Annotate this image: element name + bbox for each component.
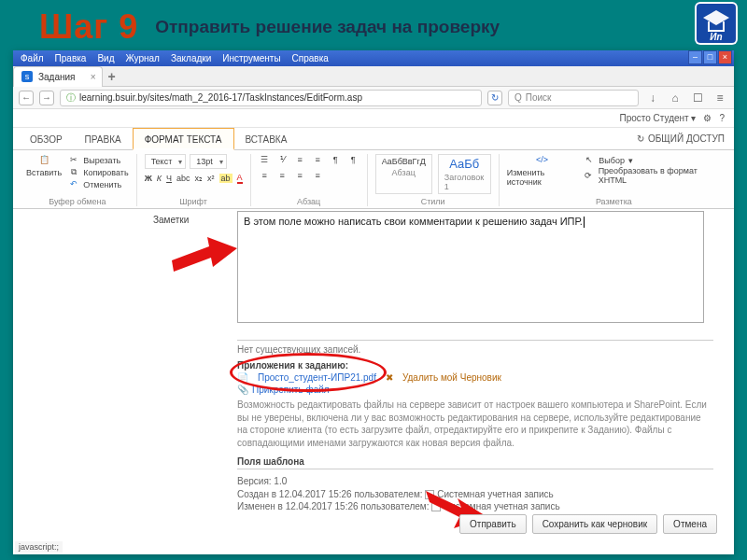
code-icon: </> — [536, 154, 548, 166]
menu-tools[interactable]: Инструменты — [222, 53, 280, 63]
clipboard-icon: 📋 — [38, 154, 50, 166]
menu-file[interactable]: Файл — [21, 53, 44, 63]
attachment-help-text: Возможность редактировать файлы на серве… — [237, 399, 713, 449]
tab-title: Задания — [38, 72, 76, 82]
downloads-icon[interactable]: ↓ — [644, 91, 661, 105]
back-button[interactable]: ← — [19, 91, 34, 105]
help-icon[interactable]: ? — [719, 113, 725, 123]
action-buttons: Отправить Сохранить как черновик Отмена — [459, 514, 717, 534]
new-tab-button[interactable]: + — [108, 69, 116, 84]
edit-source-button[interactable]: </>Изменить источник — [507, 154, 578, 187]
bookmarks-icon[interactable]: ☐ — [689, 91, 706, 105]
copy-button[interactable]: ⧉Копировать — [67, 166, 128, 178]
maximize-button[interactable]: □ — [703, 50, 717, 64]
home-icon[interactable]: ⌂ — [667, 91, 684, 105]
bold-button[interactable]: Ж — [145, 174, 152, 183]
checkbox-modified[interactable] — [431, 502, 441, 511]
menu-icon[interactable]: ≡ — [712, 91, 728, 105]
scissors-icon: ✂ — [67, 154, 79, 166]
ltr-icon[interactable]: ¶ — [330, 154, 342, 166]
tab-overview[interactable]: ОБЗОР — [19, 129, 74, 148]
indent-icon[interactable]: ≡ — [312, 154, 324, 166]
outdent-icon[interactable]: ≡ — [294, 154, 306, 166]
menu-history[interactable]: Журнал — [125, 53, 160, 63]
url-input[interactable]: ⓘ learning.bsuir.by/sites/math_2_2016-17… — [60, 90, 482, 106]
svg-text:Ип: Ип — [710, 32, 722, 42]
menu-bookmarks[interactable]: Закладки — [171, 53, 211, 63]
tab-edit[interactable]: ПРАВКА — [74, 129, 133, 148]
delete-draft-link[interactable]: Удалить мой Черновик — [402, 372, 501, 383]
university-logo: Ип — [695, 2, 738, 45]
checkbox-created[interactable] — [425, 490, 434, 499]
ribbon: 📋Вставить ✂Вырезать ⧉Копировать ↶Отменит… — [13, 150, 734, 209]
italic-button[interactable]: К — [157, 174, 162, 183]
tab-insert[interactable]: ВСТАВКА — [234, 129, 299, 148]
share-button[interactable]: ↻ОБЩИЙ ДОСТУП — [637, 133, 725, 144]
subscript-button[interactable]: x₂ — [195, 174, 204, 183]
font-color-button[interactable]: A — [237, 173, 243, 184]
font-size-select[interactable]: 13pt — [190, 154, 227, 169]
share-icon: ↻ — [637, 133, 644, 144]
highlight-button[interactable]: ab — [219, 174, 233, 183]
group-font: Шрифт — [145, 197, 243, 206]
menu-help[interactable]: Справка — [292, 53, 329, 63]
superscript-button[interactable]: x² — [207, 174, 215, 183]
attachments-header: Приложения к заданию: — [237, 360, 713, 371]
paste-button[interactable]: 📋Вставить — [26, 154, 62, 190]
step-number: Шаг 9 — [39, 7, 138, 47]
strike-button[interactable]: abc — [176, 174, 190, 183]
site-info-icon[interactable]: ⓘ — [66, 91, 76, 105]
undo-button[interactable]: ↶Отменить — [67, 178, 128, 190]
style-paragraph[interactable]: АаБбВвГгДАбзац — [375, 154, 432, 194]
numbering-icon[interactable]: ⅟ — [276, 154, 289, 166]
sharepoint-favicon: s — [21, 71, 33, 82]
align-center-icon[interactable]: ≡ — [276, 170, 289, 182]
save-draft-button[interactable]: Сохранить как черновик — [532, 514, 657, 534]
undo-icon: ↶ — [67, 178, 79, 190]
user-menu[interactable]: Просто Студент ▾ — [619, 113, 696, 123]
tab-tasks[interactable]: s Задания × — [13, 66, 103, 87]
notes-textarea[interactable]: В этом поле можно написать свои коммента… — [237, 211, 704, 323]
convert-xhtml-button[interactable]: ⟳Преобразовать в формат XHTML — [583, 166, 721, 185]
menu-edit[interactable]: Правка — [55, 53, 87, 63]
attach-file-link[interactable]: 📎Прикрепить файл — [237, 385, 330, 395]
select-button[interactable]: ↖Выбор ▾ — [583, 154, 721, 166]
align-right-icon[interactable]: ≡ — [294, 170, 306, 182]
settings-icon[interactable]: ⚙ — [703, 113, 712, 123]
copy-icon: ⧉ — [67, 166, 79, 178]
menu-view[interactable]: Вид — [97, 53, 114, 63]
font-family-select[interactable]: Текст — [145, 154, 187, 169]
group-styles: Стили — [375, 197, 491, 206]
group-paragraph: Абзац — [259, 197, 359, 206]
browser-window: Файл Правка Вид Журнал Закладки Инструме… — [13, 50, 734, 554]
close-button[interactable]: × — [718, 50, 732, 64]
minimize-button[interactable]: – — [688, 50, 702, 64]
cancel-button[interactable]: Отмена — [663, 514, 717, 534]
tab-format-text[interactable]: ФОРМАТ ТЕКСТА — [133, 128, 234, 150]
tab-close-icon[interactable]: × — [91, 72, 96, 82]
forward-button[interactable]: → — [39, 91, 54, 105]
rtl-icon[interactable]: ¶ — [347, 154, 359, 166]
bullets-icon[interactable]: ☰ — [259, 154, 271, 166]
url-text: learning.bsuir.by/sites/math_2_2016-17/T… — [79, 92, 362, 103]
cut-button[interactable]: ✂Вырезать — [67, 154, 128, 166]
sharepoint-topbar: Просто Студент ▾ ⚙ ? — [13, 109, 734, 128]
justify-icon[interactable]: ≡ — [312, 170, 324, 182]
submit-button[interactable]: Отправить — [459, 514, 527, 534]
delete-icon: ✖ — [386, 372, 393, 383]
version-info: Версия: 1.0 Создан в 12.04.2017 15:26 по… — [237, 475, 713, 513]
reload-button[interactable]: ↻ — [487, 91, 502, 105]
underline-button[interactable]: Ч — [166, 174, 172, 183]
cursor-icon: ↖ — [583, 154, 595, 166]
convert-icon: ⟳ — [583, 170, 594, 182]
annotation-arrow-1 — [172, 237, 237, 274]
search-input[interactable]: Q Поиск — [508, 90, 639, 106]
step-title: Отправить решение задач на проверку — [155, 17, 500, 37]
group-clipboard: Буфер обмена — [26, 197, 129, 206]
no-entries-label: Нет существующих записей. — [237, 340, 713, 355]
template-fields-label: Поля шаблона — [237, 456, 713, 467]
style-heading1[interactable]: АаБбЗаголовок 1 — [438, 154, 491, 194]
attachment-link[interactable]: Просто_студент-ИПР21.pdf — [258, 372, 376, 383]
align-left-icon[interactable]: ≡ — [259, 170, 271, 182]
search-icon: Q — [514, 92, 522, 103]
